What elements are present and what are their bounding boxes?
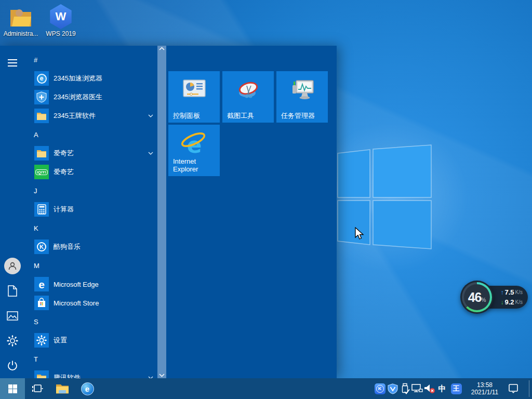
folder-icon — [34, 370, 49, 378]
tile-label: 控制面板 — [173, 112, 200, 119]
app-list-scrollbar[interactable] — [157, 46, 166, 378]
wangpai-icon: 王 — [451, 383, 462, 394]
task-manager-icon — [276, 79, 328, 101]
task-view-button[interactable] — [25, 378, 50, 399]
kugou-tray-button[interactable]: K — [374, 382, 386, 395]
section-header[interactable]: S — [25, 312, 157, 331]
scroll-down-icon[interactable] — [159, 374, 165, 377]
task-view-icon — [32, 384, 43, 393]
app-list-item-2345-browser[interactable]: e 2345加速浏览器 — [25, 69, 157, 88]
download-speed-row: ↓ 9.2 K/s — [497, 297, 523, 307]
wangpai-tray-button[interactable]: 王 — [450, 382, 462, 395]
tile-internet-explorer[interactable]: e Internet Explorer — [168, 125, 220, 176]
documents-button[interactable] — [0, 278, 25, 303]
app-label: 设置 — [54, 336, 67, 345]
store-icon — [34, 296, 49, 310]
percent-sign: % — [481, 297, 486, 303]
mouse-cursor — [355, 227, 365, 241]
snipping-tool-icon — [222, 79, 274, 101]
app-list-item-2345-suite[interactable]: 2345王牌软件 — [25, 107, 157, 125]
user-button[interactable] — [0, 254, 25, 278]
user-avatar-icon — [4, 258, 21, 274]
app-list-item-store[interactable]: Microsoft Store — [25, 294, 157, 312]
tile-control-panel[interactable]: 控制面板 — [168, 71, 220, 123]
action-center-icon — [508, 383, 519, 394]
pictures-button[interactable] — [0, 303, 25, 328]
tile-label: 截图工具 — [227, 112, 254, 119]
start-windows-icon — [8, 384, 17, 393]
section-header-label: # — [34, 56, 37, 64]
app-label: 2345王牌软件 — [54, 111, 96, 121]
app-list-item-settings[interactable]: 设置 — [25, 331, 157, 350]
app-list-item-iqiyi[interactable]: iQIYI 爱奇艺 — [25, 163, 157, 181]
hamburger-button[interactable] — [0, 50, 25, 75]
app-list-item-edge[interactable]: e Microsoft Edge — [25, 275, 157, 294]
app-label: 爱奇艺 — [54, 167, 74, 177]
app-label: Microsoft Edge — [54, 281, 99, 288]
wps-hexagon-icon: W — [49, 4, 73, 29]
app-label: 腾讯软件 — [54, 373, 81, 378]
security-shield-button[interactable] — [387, 382, 399, 395]
chevron-down-icon[interactable] — [148, 152, 153, 155]
section-header[interactable]: M — [25, 256, 157, 275]
chevron-down-icon[interactable] — [148, 114, 153, 117]
section-header[interactable]: T — [25, 350, 157, 368]
percent-value: 46 — [468, 290, 482, 305]
windows-logo-wallpaper — [332, 141, 436, 253]
tile-task-manager[interactable]: 任务管理器 — [276, 71, 328, 123]
settings-button[interactable] — [0, 328, 25, 353]
start-button[interactable] — [0, 378, 25, 399]
app-list-item-kugou[interactable]: K 酷狗音乐 — [25, 237, 157, 256]
section-header-label: T — [34, 355, 38, 363]
desktop-icon-wps[interactable]: W WPS 2019 — [41, 4, 81, 37]
kugou-icon: K — [375, 383, 385, 394]
section-header-label: J — [34, 187, 37, 195]
app-label: 2345加速浏览器 — [54, 74, 102, 83]
app-list-item-2345-doctor[interactable]: 2345浏览器医生 — [25, 88, 157, 107]
network-button[interactable] — [411, 382, 423, 395]
section-header-label: A — [34, 131, 38, 139]
scroll-up-icon[interactable] — [159, 47, 165, 50]
upload-speed-row: ↑ 7.5 K/s — [497, 287, 523, 297]
ime-indicator[interactable]: 中 — [436, 382, 448, 395]
section-header-label: M — [34, 262, 39, 270]
start-menu: # e 2345加速浏览器 2345浏览器医生 2345王牌软件 — [0, 46, 337, 378]
tile-label: 任务管理器 — [281, 112, 315, 119]
download-unit: K/s — [515, 299, 523, 305]
app-label: Microsoft Store — [54, 299, 99, 307]
tile-label: Internet Explorer — [173, 157, 216, 173]
app-list-item-calculator[interactable]: 计算器 — [25, 200, 157, 219]
show-desktop-button[interactable] — [529, 380, 529, 397]
power-icon — [7, 360, 18, 371]
app-label: 酷狗音乐 — [54, 242, 81, 251]
edge-icon: e — [34, 277, 49, 291]
desktop-icon-administrator[interactable]: Administra... — [1, 4, 41, 37]
volume-muted-button[interactable] — [423, 382, 436, 395]
browser-2345-button[interactable]: e — [75, 378, 100, 399]
control-panel-icon — [168, 79, 220, 97]
pictures-icon — [7, 311, 18, 321]
app-list-item-iqiyi-folder[interactable]: 爱奇艺 — [25, 144, 157, 163]
upload-value: 7.5 — [504, 288, 514, 296]
usb-eject-button[interactable] — [399, 382, 411, 395]
section-header[interactable]: # — [25, 50, 157, 69]
section-header[interactable]: J — [25, 181, 157, 200]
browser-e-icon: e — [34, 71, 49, 86]
desktop-icon-label: WPS 2019 — [41, 31, 81, 37]
tile-snipping-tool[interactable]: 截图工具 — [222, 71, 274, 123]
app-list-item-tencent[interactable]: 腾讯软件 — [25, 368, 157, 378]
folder-icon — [34, 109, 49, 123]
clock[interactable]: 13:58 2021/1/11 — [467, 381, 503, 396]
net-percent-circle[interactable]: 46 % — [460, 281, 494, 314]
action-center-button[interactable] — [507, 382, 520, 395]
file-explorer-button[interactable] — [50, 378, 75, 399]
folder-icon — [34, 146, 49, 161]
clock-time: 13:58 — [467, 381, 503, 389]
down-arrow-icon: ↓ — [500, 299, 503, 306]
section-header[interactable]: A — [25, 125, 157, 144]
section-header[interactable]: K — [25, 219, 157, 237]
user-folder-icon — [8, 5, 34, 29]
power-button[interactable] — [0, 353, 25, 378]
volume-muted-icon — [423, 383, 436, 394]
clock-date: 2021/1/11 — [467, 389, 503, 396]
